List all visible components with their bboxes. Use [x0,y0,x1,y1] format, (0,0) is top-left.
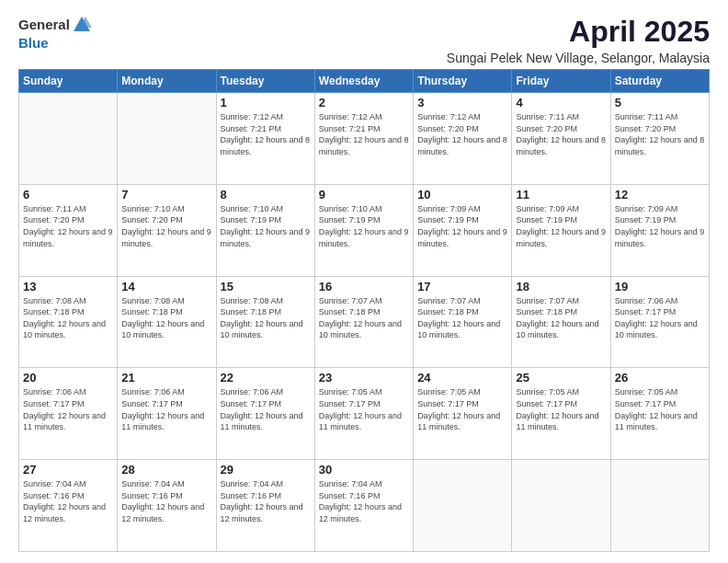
calendar-cell: 26Sunrise: 7:05 AM Sunset: 7:17 PM Dayli… [610,368,709,460]
calendar-cell: 24Sunrise: 7:05 AM Sunset: 7:17 PM Dayli… [414,368,512,460]
day-number: 16 [319,280,409,293]
calendar-week-4: 20Sunrise: 7:06 AM Sunset: 7:17 PM Dayli… [19,368,710,460]
calendar-cell: 7Sunrise: 7:10 AM Sunset: 7:20 PM Daylig… [118,184,216,276]
calendar-cell: 3Sunrise: 7:12 AM Sunset: 7:20 PM Daylig… [414,93,512,185]
day-info: Sunrise: 7:06 AM Sunset: 7:17 PM Dayligh… [615,295,705,341]
day-info: Sunrise: 7:09 AM Sunset: 7:19 PM Dayligh… [516,203,606,249]
title-block: April 2025 Sungai Pelek New Village, Sel… [447,15,710,65]
day-number: 17 [417,280,507,293]
weekday-header-monday: Monday [118,70,216,93]
main-title: April 2025 [447,15,710,49]
day-number: 24 [417,371,507,385]
day-info: Sunrise: 7:11 AM Sunset: 7:20 PM Dayligh… [23,203,113,249]
calendar-cell [610,460,709,552]
weekday-header-sunday: Sunday [19,70,118,93]
day-number: 30 [319,463,409,477]
day-info: Sunrise: 7:09 AM Sunset: 7:19 PM Dayligh… [417,203,507,249]
day-number: 11 [516,188,606,201]
weekday-header-saturday: Saturday [610,70,709,93]
day-info: Sunrise: 7:04 AM Sunset: 7:16 PM Dayligh… [23,478,113,524]
weekday-header-thursday: Thursday [414,70,512,93]
day-info: Sunrise: 7:11 AM Sunset: 7:20 PM Dayligh… [615,111,705,157]
day-number: 6 [23,188,113,201]
day-number: 22 [221,371,311,385]
day-info: Sunrise: 7:09 AM Sunset: 7:19 PM Dayligh… [615,203,705,249]
calendar-cell: 2Sunrise: 7:12 AM Sunset: 7:21 PM Daylig… [314,93,413,185]
logo: General Blue [18,15,92,52]
calendar-week-5: 27Sunrise: 7:04 AM Sunset: 7:16 PM Dayli… [19,460,710,552]
day-number: 14 [121,280,211,293]
calendar-cell: 19Sunrise: 7:06 AM Sunset: 7:17 PM Dayli… [610,276,709,368]
calendar-cell: 4Sunrise: 7:11 AM Sunset: 7:20 PM Daylig… [512,93,610,185]
calendar-table: SundayMondayTuesdayWednesdayThursdayFrid… [18,69,710,552]
calendar-cell: 1Sunrise: 7:12 AM Sunset: 7:21 PM Daylig… [216,93,314,185]
calendar-cell: 27Sunrise: 7:04 AM Sunset: 7:16 PM Dayli… [19,460,118,552]
logo-icon [72,15,92,35]
calendar-cell: 9Sunrise: 7:10 AM Sunset: 7:19 PM Daylig… [314,184,413,276]
day-info: Sunrise: 7:10 AM Sunset: 7:19 PM Dayligh… [221,203,311,249]
header: General Blue April 2025 Sungai Pelek New… [18,15,710,65]
calendar-cell: 8Sunrise: 7:10 AM Sunset: 7:19 PM Daylig… [216,184,314,276]
logo-blue: Blue [18,35,49,51]
calendar-cell: 22Sunrise: 7:06 AM Sunset: 7:17 PM Dayli… [216,368,314,460]
page: General Blue April 2025 Sungai Pelek New… [0,0,728,563]
day-number: 13 [23,280,113,293]
day-number: 20 [23,371,113,385]
calendar-cell: 15Sunrise: 7:08 AM Sunset: 7:18 PM Dayli… [216,276,314,368]
day-info: Sunrise: 7:07 AM Sunset: 7:18 PM Dayligh… [516,295,606,341]
day-info: Sunrise: 7:10 AM Sunset: 7:19 PM Dayligh… [319,203,409,249]
subtitle: Sungai Pelek New Village, Selangor, Mala… [447,51,710,65]
calendar-week-2: 6Sunrise: 7:11 AM Sunset: 7:20 PM Daylig… [19,184,710,276]
calendar-cell: 16Sunrise: 7:07 AM Sunset: 7:18 PM Dayli… [314,276,413,368]
calendar-cell: 29Sunrise: 7:04 AM Sunset: 7:16 PM Dayli… [216,460,314,552]
day-number: 7 [121,188,211,201]
calendar-cell: 12Sunrise: 7:09 AM Sunset: 7:19 PM Dayli… [610,184,709,276]
calendar-cell: 30Sunrise: 7:04 AM Sunset: 7:16 PM Dayli… [314,460,413,552]
day-number: 8 [221,188,311,201]
day-number: 4 [516,96,606,109]
weekday-header-wednesday: Wednesday [314,70,413,93]
day-number: 29 [221,463,311,477]
calendar-cell [414,460,512,552]
day-number: 26 [615,371,705,385]
weekday-header-row: SundayMondayTuesdayWednesdayThursdayFrid… [19,70,710,93]
day-info: Sunrise: 7:08 AM Sunset: 7:18 PM Dayligh… [221,295,311,341]
day-info: Sunrise: 7:06 AM Sunset: 7:17 PM Dayligh… [23,386,113,432]
day-info: Sunrise: 7:12 AM Sunset: 7:20 PM Dayligh… [417,111,507,157]
day-info: Sunrise: 7:04 AM Sunset: 7:16 PM Dayligh… [221,478,311,524]
day-number: 28 [121,463,211,477]
calendar-cell: 11Sunrise: 7:09 AM Sunset: 7:19 PM Dayli… [512,184,610,276]
weekday-header-tuesday: Tuesday [216,70,314,93]
day-number: 12 [615,188,705,201]
calendar-cell: 10Sunrise: 7:09 AM Sunset: 7:19 PM Dayli… [414,184,512,276]
logo-general: General [18,17,70,33]
calendar-cell [512,460,610,552]
weekday-header-friday: Friday [512,70,610,93]
calendar-cell: 21Sunrise: 7:06 AM Sunset: 7:17 PM Dayli… [118,368,216,460]
day-number: 15 [221,280,311,293]
calendar-cell: 17Sunrise: 7:07 AM Sunset: 7:18 PM Dayli… [414,276,512,368]
day-info: Sunrise: 7:07 AM Sunset: 7:18 PM Dayligh… [417,295,507,341]
calendar-cell: 25Sunrise: 7:05 AM Sunset: 7:17 PM Dayli… [512,368,610,460]
calendar-week-1: 1Sunrise: 7:12 AM Sunset: 7:21 PM Daylig… [19,93,710,185]
calendar-week-3: 13Sunrise: 7:08 AM Sunset: 7:18 PM Dayli… [19,276,710,368]
day-number: 3 [417,96,507,109]
calendar-cell: 5Sunrise: 7:11 AM Sunset: 7:20 PM Daylig… [610,93,709,185]
day-info: Sunrise: 7:06 AM Sunset: 7:17 PM Dayligh… [121,386,211,432]
calendar-cell: 20Sunrise: 7:06 AM Sunset: 7:17 PM Dayli… [19,368,118,460]
day-info: Sunrise: 7:04 AM Sunset: 7:16 PM Dayligh… [319,478,409,524]
day-info: Sunrise: 7:07 AM Sunset: 7:18 PM Dayligh… [319,295,409,341]
day-info: Sunrise: 7:11 AM Sunset: 7:20 PM Dayligh… [516,111,606,157]
calendar-cell [19,93,118,185]
calendar-cell: 6Sunrise: 7:11 AM Sunset: 7:20 PM Daylig… [19,184,118,276]
day-number: 21 [121,371,211,385]
day-number: 10 [417,188,507,201]
calendar-cell: 23Sunrise: 7:05 AM Sunset: 7:17 PM Dayli… [314,368,413,460]
day-number: 27 [23,463,113,477]
day-info: Sunrise: 7:05 AM Sunset: 7:17 PM Dayligh… [516,386,606,432]
day-info: Sunrise: 7:12 AM Sunset: 7:21 PM Dayligh… [319,111,409,157]
calendar-cell: 13Sunrise: 7:08 AM Sunset: 7:18 PM Dayli… [19,276,118,368]
calendar-cell: 14Sunrise: 7:08 AM Sunset: 7:18 PM Dayli… [118,276,216,368]
day-number: 23 [319,371,409,385]
calendar-cell: 18Sunrise: 7:07 AM Sunset: 7:18 PM Dayli… [512,276,610,368]
